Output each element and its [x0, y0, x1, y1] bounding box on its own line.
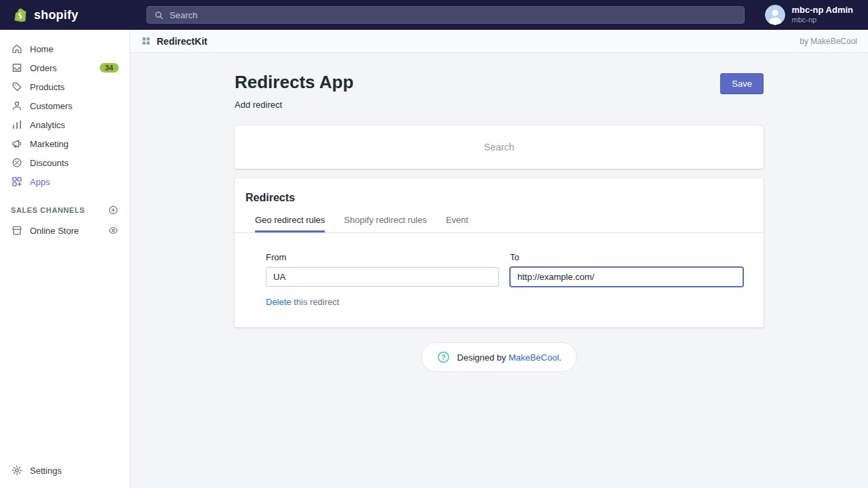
search-icon: [154, 10, 164, 20]
sidebar-item-online-store[interactable]: Online Store: [0, 221, 130, 240]
redirects-search-input[interactable]: [235, 125, 764, 169]
app-byline: by MakeBeCool: [800, 37, 857, 46]
redirects-search-card: [235, 125, 764, 169]
footer: ? Designed by MakeBeCool.: [235, 342, 764, 372]
from-input[interactable]: [266, 267, 499, 287]
sidebar-item-orders[interactable]: Orders 34: [0, 58, 130, 77]
topbar-search-area: [130, 6, 765, 24]
sidebar-item-label: Apps: [30, 177, 50, 187]
add-redirect-link[interactable]: Add redirect: [235, 100, 282, 110]
shopify-wordmark: shopify: [34, 8, 78, 22]
designed-by-prefix: Designed by: [457, 352, 509, 363]
home-icon: [11, 43, 23, 55]
shopify-logo[interactable]: shopify: [0, 7, 130, 23]
global-search[interactable]: [146, 6, 745, 24]
sidebar-item-apps[interactable]: Apps: [0, 172, 130, 191]
user-name: mbc-np Admin: [791, 5, 853, 16]
page-title: Redirects App: [235, 72, 353, 93]
title-block: Redirects App Add redirect: [235, 72, 353, 110]
add-channel-button[interactable]: [108, 205, 119, 216]
customers-icon: [11, 100, 23, 112]
apps-icon: [11, 176, 23, 188]
tab-event[interactable]: Event: [446, 215, 468, 232]
storefront-icon: [11, 224, 23, 237]
main-area: RedirectKit by MakeBeCool Redirects App …: [130, 30, 868, 488]
redirects-tabs: Geo redirect rules Shopify redirect rule…: [235, 204, 764, 233]
tab-shopify-redirect-rules[interactable]: Shopify redirect rules: [344, 215, 427, 232]
designed-by-suffix: .: [559, 352, 561, 363]
app-grid-icon: [141, 36, 151, 46]
sidebar-item-label: Home: [30, 44, 54, 54]
orders-icon: [11, 62, 23, 74]
sidebar-item-customers[interactable]: Customers: [0, 96, 130, 115]
delete-redirect-link[interactable]: Delete: [266, 297, 292, 307]
help-question-icon: ?: [437, 350, 450, 364]
sidebar-bottom: Settings: [0, 461, 130, 488]
designed-by-pill: ? Designed by MakeBeCool.: [421, 342, 577, 372]
redirects-section-title: Redirects: [235, 178, 764, 204]
to-input[interactable]: [510, 267, 743, 287]
shopify-bag-icon: [14, 7, 29, 23]
save-button[interactable]: Save: [720, 73, 764, 94]
redirects-card: Redirects Geo redirect rules Shopify red…: [235, 178, 764, 327]
from-label: From: [266, 252, 499, 262]
delete-row: Delete this redirect: [235, 287, 764, 307]
sidebar-item-analytics[interactable]: Analytics: [0, 115, 130, 134]
to-field: To: [510, 252, 743, 287]
sidebar: Home Orders 34 Products Customers Anal: [0, 30, 130, 488]
gear-icon: [11, 464, 23, 476]
sidebar-item-home[interactable]: Home: [0, 39, 130, 58]
user-store: mbc-np: [791, 16, 853, 25]
sidebar-item-label: Online Store: [30, 226, 79, 236]
tab-geo-redirect-rules[interactable]: Geo redirect rules: [255, 215, 325, 232]
sales-channels-title: SALES CHANNELS: [11, 206, 85, 214]
sidebar-item-marketing[interactable]: Marketing: [0, 134, 130, 153]
app-name: RedirectKit: [157, 36, 208, 47]
sidebar-item-label: Discounts: [30, 158, 68, 168]
makebecool-link[interactable]: MakeBeCool: [509, 352, 559, 363]
app-header-bar: RedirectKit by MakeBeCool: [130, 30, 868, 53]
orders-count-badge: 34: [100, 63, 119, 73]
analytics-icon: [11, 119, 23, 131]
avatar: [765, 5, 785, 25]
user-meta: mbc-np Admin mbc-np: [791, 5, 853, 25]
user-menu[interactable]: mbc-np Admin mbc-np: [765, 5, 868, 25]
sidebar-item-label: Settings: [30, 466, 62, 476]
svg-text:?: ?: [441, 353, 446, 361]
sidebar-item-products[interactable]: Products: [0, 77, 130, 96]
sales-channels-header: SALES CHANNELS: [0, 191, 130, 221]
products-icon: [11, 81, 23, 93]
discounts-icon: [11, 157, 23, 169]
sidebar-item-discounts[interactable]: Discounts: [0, 153, 130, 172]
topbar: shopify mbc-np Admin mbc-np: [0, 0, 868, 30]
title-row: Redirects App Add redirect Save: [235, 72, 764, 110]
sidebar-item-label: Customers: [30, 101, 73, 111]
preview-store-eye-icon[interactable]: [108, 225, 119, 236]
from-field: From: [266, 252, 499, 287]
designed-by-text: Designed by MakeBeCool.: [457, 352, 561, 363]
sidebar-item-settings[interactable]: Settings: [0, 461, 130, 480]
global-search-input[interactable]: [170, 10, 737, 20]
sidebar-item-label: Products: [30, 82, 64, 92]
to-label: To: [510, 252, 743, 262]
delete-row-suffix: this redirect: [292, 297, 340, 307]
marketing-icon: [11, 138, 23, 150]
page-content: Redirects App Add redirect Save Redirect…: [235, 53, 764, 372]
redirect-form-row: From To: [235, 233, 764, 287]
sidebar-item-label: Marketing: [30, 139, 68, 149]
sidebar-item-label: Analytics: [30, 120, 65, 130]
sidebar-item-label: Orders: [30, 63, 57, 73]
app-header-left: RedirectKit: [141, 36, 208, 47]
